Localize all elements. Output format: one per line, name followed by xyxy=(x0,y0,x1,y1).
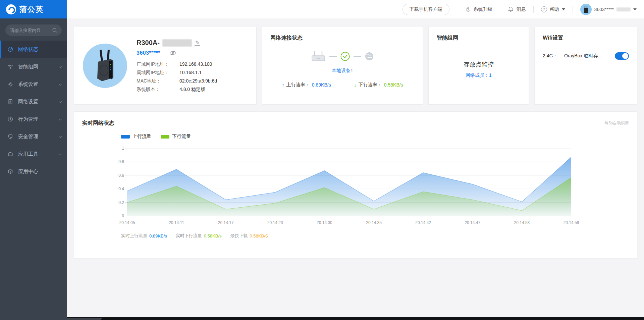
up-arrow-icon: ↑ xyxy=(282,82,284,88)
chart-legend: 上行流量 下行流量 xyxy=(121,134,629,140)
svg-text:0.8: 0.8 xyxy=(118,159,124,164)
device-row-wan-ip: 广域网IP地址： 192.168.43.100 xyxy=(137,61,248,67)
help-menu[interactable]: ? 帮助 xyxy=(541,6,565,12)
device-name-redacted xyxy=(162,39,192,47)
chevron-down-icon xyxy=(59,117,62,120)
edit-icon[interactable]: ✎ xyxy=(195,40,200,46)
dashboard-icon xyxy=(7,46,13,52)
avatar xyxy=(580,4,592,15)
refresh-note: 每5s自动刷新 xyxy=(604,120,629,126)
svg-text:20:14:59: 20:14:59 xyxy=(564,220,579,225)
header-divider xyxy=(573,6,573,13)
messages-label: 消息 xyxy=(517,6,526,12)
device-row-version: 系统版本： 4.8.0 稳定版 xyxy=(137,87,248,93)
wifi-band-label: 2.4G： xyxy=(543,53,564,59)
chevron-down-icon xyxy=(59,152,62,155)
sidebar-item-app-center[interactable]: 应用中心 xyxy=(0,163,67,180)
search-icon xyxy=(52,27,58,33)
legend-upload: 上行流量 xyxy=(121,134,151,140)
account-menu[interactable]: 3603***** xyxy=(580,4,637,15)
rocket-icon xyxy=(465,6,471,12)
brand-name: 蒲公英 xyxy=(19,4,44,14)
brand-logo: 蒲公英 xyxy=(0,0,67,18)
sidebar-item-label: 应用中心 xyxy=(18,168,61,175)
svg-text:0.4: 0.4 xyxy=(118,186,124,191)
network-members-link[interactable]: 网络成员：1 xyxy=(437,72,521,78)
svg-text:0.2: 0.2 xyxy=(118,200,124,205)
mesh-network-name: 存放点监控 xyxy=(437,60,521,68)
legend-swatch-upload xyxy=(121,135,130,139)
horizontal-scrollbar-thumb[interactable] xyxy=(62,318,102,320)
sidebar-item-behavior-management[interactable]: 行为管理 xyxy=(0,110,67,128)
chevron-down-icon xyxy=(59,65,62,68)
header-divider xyxy=(457,6,457,13)
legend-download: 下行流量 xyxy=(161,134,191,140)
device-detail-rows: 广域网IP地址： 192.168.43.100 局域网IP地址： 10.168.… xyxy=(137,61,248,93)
sidebar-item-label: 应用工具 xyxy=(18,151,59,157)
app-center-icon xyxy=(7,168,13,174)
download-mobile-client-button[interactable]: 下载手机客户端 xyxy=(402,4,449,15)
help-icon: ? xyxy=(541,6,547,12)
device-info-card: R300A- ✎ 3603***** 广域 xyxy=(74,27,257,105)
sidebar-item-app-tools[interactable]: 应用工具 xyxy=(0,145,67,163)
local-device-link[interactable]: 本地设备1 xyxy=(270,68,415,74)
device-sn: 3603***** xyxy=(137,50,160,56)
connector-line xyxy=(329,56,337,57)
sidebar-item-network-settings[interactable]: 网络设置 xyxy=(0,93,67,110)
sidebar-item-label: 系统设置 xyxy=(18,81,59,88)
stat-realtime-upload: 实时上行流量 0.89KB/s xyxy=(121,233,167,239)
caret-down-icon xyxy=(633,8,637,10)
sidebar: 蒲公英 网络状态 xyxy=(0,0,67,320)
wifi-settings-card: Wifi设置 2.4G： OrayBox-临时存... xyxy=(534,27,637,105)
chart-title: 实时网络状态 xyxy=(82,120,114,127)
stat-realtime-download: 实时下行流量 0.58KB/s xyxy=(176,233,222,239)
mesh-icon xyxy=(7,64,13,70)
svg-text:0.6: 0.6 xyxy=(118,173,124,178)
sidebar-search xyxy=(5,24,62,36)
svg-text:20:14:17: 20:14:17 xyxy=(218,220,234,225)
header-divider xyxy=(500,6,500,13)
sidebar-item-smart-networking[interactable]: 智能组网 xyxy=(0,58,67,75)
device-info: R300A- ✎ 3603***** 广域 xyxy=(137,39,248,93)
top-header: 下载手机客户端 系统升级 消息 ? 帮助 xyxy=(67,0,644,18)
sidebar-item-network-status[interactable]: 网络状态 xyxy=(0,41,67,58)
doc-icon xyxy=(7,99,13,105)
summary-cards-row: R300A- ✎ 3603***** 广域 xyxy=(74,27,637,105)
svg-text:20:14:35: 20:14:35 xyxy=(366,220,382,225)
briefcase-icon xyxy=(7,151,13,157)
card-title: 智能组网 xyxy=(437,35,521,42)
sidebar-item-label: 行为管理 xyxy=(18,116,59,122)
svg-text:1: 1 xyxy=(122,146,124,151)
chart-stats: 实时上行流量 0.89KB/s 实时下行流量 0.58KB/s 最快下载 0.5… xyxy=(121,233,629,239)
system-upgrade-button[interactable]: 系统升级 xyxy=(465,6,492,12)
sidebar-item-system-settings[interactable]: 系统设置 xyxy=(0,75,67,93)
header-divider xyxy=(533,6,534,13)
realtime-network-card: 实时网络状态 每5s自动刷新 上行流量 下行流量 00.20.40.60.812… xyxy=(74,111,637,258)
uplink-rate-value: 0.89KB/s xyxy=(312,82,331,88)
sidebar-item-security-management[interactable]: 安全管理 xyxy=(0,128,67,145)
main-content: R300A- ✎ 3603***** 广域 xyxy=(67,18,644,317)
brand-logo-icon xyxy=(6,4,16,14)
uplink-rate: ↑ 上行速率： 0.89KB/s xyxy=(282,82,331,88)
sidebar-item-label: 网络设置 xyxy=(18,99,59,105)
sidebar-item-label: 智能组网 xyxy=(18,64,59,70)
card-title: Wifi设置 xyxy=(543,35,629,42)
connection-rates: ↑ 上行速率： 0.89KB/s ↓ 下行速率： 0.58KB/s xyxy=(270,82,415,88)
horizontal-scrollbar xyxy=(0,317,644,320)
caret-down-icon xyxy=(562,8,565,10)
connector-line xyxy=(354,56,361,57)
router-admin-app: 蒲公英 网络状态 xyxy=(0,0,644,320)
wifi-toggle[interactable] xyxy=(615,52,629,60)
traffic-area-chart: 00.20.40.60.8120:14:0520:14:1120:14:1720… xyxy=(112,144,629,227)
sidebar-item-label: 网络状态 xyxy=(18,46,61,53)
wifi-ssid: OrayBox-临时存... xyxy=(564,53,615,59)
device-model: R300A- xyxy=(137,39,160,47)
messages-button[interactable]: 消息 xyxy=(507,6,526,12)
router-avatar-icon xyxy=(583,5,589,13)
eye-off-icon[interactable] xyxy=(169,50,176,56)
device-row-lan-ip: 局域网IP地址： 10.168.1.1 xyxy=(137,70,248,76)
smart-networking-card: 智能组网 存放点监控 网络成员：1 xyxy=(428,27,529,105)
svg-text:20:14:23: 20:14:23 xyxy=(267,220,283,225)
card-title: 网络连接状态 xyxy=(270,35,415,42)
system-upgrade-label: 系统升级 xyxy=(474,6,492,12)
